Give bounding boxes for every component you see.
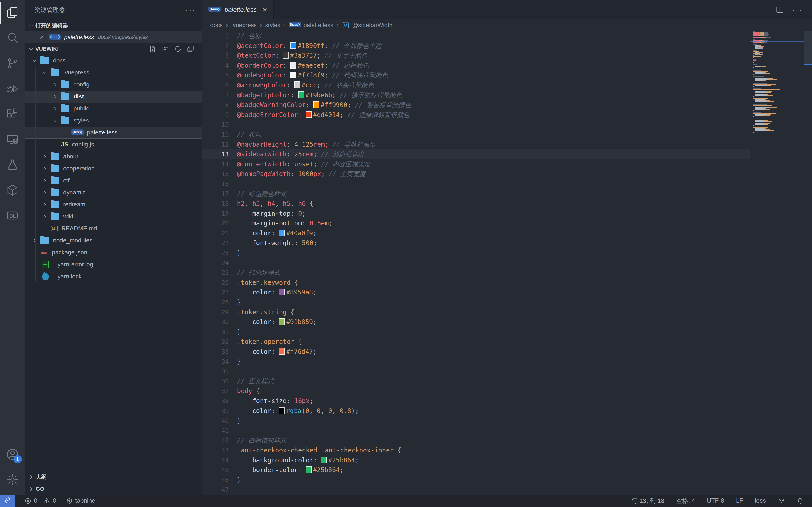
color-swatch[interactable] bbox=[306, 111, 311, 118]
line-number: 37 bbox=[202, 386, 229, 396]
color-swatch[interactable] bbox=[306, 466, 311, 473]
panel-header-GO[interactable]: GO bbox=[25, 483, 202, 495]
color-swatch[interactable] bbox=[291, 71, 296, 78]
code-editor[interactable]: 1// 色彩2@accentColor: #1890ff; // 全局颜色主题3… bbox=[202, 31, 750, 495]
code-line-46: 46} bbox=[202, 475, 750, 485]
open-editors-header[interactable]: 打开的编辑器 bbox=[25, 20, 202, 31]
more-actions-icon[interactable]: ··· bbox=[792, 5, 803, 14]
breadcrumb-item-palette.less[interactable]: {less}palette.less bbox=[289, 22, 333, 29]
tree-item-styles[interactable]: styles bbox=[25, 115, 202, 126]
chevron-down-icon bbox=[31, 57, 38, 64]
tree-item-.vuepress[interactable]: .vuepress bbox=[25, 66, 202, 78]
refresh-icon[interactable] bbox=[174, 45, 182, 53]
activity-item-package-explorer[interactable] bbox=[0, 177, 25, 203]
status-item[interactable]: LF bbox=[736, 497, 743, 504]
activity-item-codeql[interactable]: QL bbox=[0, 203, 25, 228]
tree-item-node_modules[interactable]: node_modules bbox=[25, 234, 202, 246]
tree-item-wiki[interactable]: wiki bbox=[25, 211, 202, 223]
tree-item-dist[interactable]: dist bbox=[25, 91, 202, 103]
line-number: 3 bbox=[202, 51, 229, 61]
tree-item-ctf[interactable]: ctf bbox=[25, 174, 202, 186]
close-icon[interactable]: × bbox=[40, 34, 44, 41]
color-swatch[interactable] bbox=[283, 52, 289, 59]
minimap[interactable] bbox=[750, 31, 804, 495]
sidebar-more-icon[interactable]: ··· bbox=[186, 6, 195, 14]
breadcrumb-item-docs[interactable]: docs bbox=[210, 22, 223, 29]
activity-item-settings[interactable] bbox=[0, 467, 25, 492]
workspace-header[interactable]: VUEWIKI bbox=[25, 43, 202, 55]
minimap-line bbox=[753, 107, 777, 108]
activity-item-explorer[interactable] bbox=[0, 0, 25, 25]
color-swatch[interactable] bbox=[298, 92, 304, 98]
activity-item-remote-explorer[interactable] bbox=[0, 127, 25, 152]
line-number: 22 bbox=[202, 238, 229, 248]
tab-close-icon[interactable]: × bbox=[263, 5, 267, 14]
notifications-bell-icon[interactable] bbox=[797, 497, 804, 505]
tree-item-redteam[interactable]: redteam bbox=[25, 199, 202, 211]
status-item[interactable]: less bbox=[755, 497, 766, 504]
feedback-icon[interactable] bbox=[777, 497, 785, 505]
code-line-42: 42// 图标按钮样式 bbox=[202, 436, 750, 445]
tree-item-yarn.lock[interactable]: yarn.lock bbox=[25, 271, 202, 282]
tree-item-public[interactable]: public bbox=[25, 103, 202, 115]
line-number: 18 bbox=[202, 199, 229, 209]
tree-item-docs[interactable]: docs bbox=[25, 55, 202, 66]
activity-item-extensions[interactable] bbox=[0, 101, 25, 127]
minimap-line bbox=[753, 45, 762, 45]
color-swatch[interactable] bbox=[279, 407, 285, 414]
folder-icon bbox=[50, 153, 60, 161]
color-swatch[interactable] bbox=[294, 81, 300, 88]
color-swatch[interactable] bbox=[279, 229, 285, 236]
minimap-line bbox=[753, 40, 768, 41]
breadcrumb-item-.vuepress[interactable]: .vuepress bbox=[231, 22, 257, 29]
tree-item-cooperation[interactable]: cooperation bbox=[25, 163, 202, 174]
breadcrumb-item-@sidebarWidth[interactable]: @sidebarWidth bbox=[342, 21, 393, 29]
tree-item-config[interactable]: config bbox=[25, 78, 202, 91]
panel-header-大纲[interactable]: 大纲 bbox=[25, 470, 202, 483]
chevron-right-icon bbox=[42, 201, 48, 208]
color-swatch[interactable] bbox=[279, 348, 285, 355]
minimap-line bbox=[753, 113, 776, 114]
color-swatch[interactable] bbox=[279, 318, 285, 325]
open-editor-entry[interactable]: × {less} palette.less docs/.vuepress/sty… bbox=[25, 31, 202, 43]
tree-item-config.js[interactable]: JSconfig.js bbox=[25, 138, 202, 151]
remote-indicator[interactable] bbox=[0, 495, 14, 507]
new-folder-icon[interactable] bbox=[161, 45, 169, 53]
minimap-line bbox=[753, 79, 777, 80]
breadcrumb-item-styles[interactable]: styles bbox=[265, 22, 280, 29]
color-swatch[interactable] bbox=[279, 289, 285, 295]
new-file-icon[interactable] bbox=[149, 45, 156, 53]
tab-palette-less[interactable]: {less} palette.less × bbox=[202, 0, 274, 19]
tree-item-yarn-error.log[interactable]: yarn-error.log bbox=[25, 259, 202, 271]
split-editor-icon[interactable] bbox=[776, 6, 784, 14]
tree-item-palette.less[interactable]: {less}palette.less bbox=[25, 126, 202, 138]
collapse-all-icon[interactable] bbox=[187, 45, 194, 53]
tree-item-README.md[interactable]: M↓README.md bbox=[25, 223, 202, 234]
status-item[interactable]: 行 13, 列 18 bbox=[632, 497, 664, 505]
indent-guide bbox=[239, 228, 239, 238]
activity-item-accounts[interactable]: 1 bbox=[0, 442, 25, 467]
color-swatch[interactable] bbox=[313, 101, 319, 108]
scrollbar[interactable] bbox=[804, 31, 812, 495]
activity-item-source-control[interactable] bbox=[0, 51, 25, 76]
problems-status[interactable]: 0 0 bbox=[24, 497, 56, 504]
color-swatch[interactable] bbox=[321, 456, 327, 463]
tree-item-package.json[interactable]: npmpackage.json bbox=[25, 246, 202, 259]
line-number: 24 bbox=[202, 258, 229, 268]
status-item[interactable]: UTF-8 bbox=[707, 497, 724, 504]
tree-item-dynamic[interactable]: dynamic bbox=[25, 186, 202, 199]
activity-item-run-and-debug[interactable] bbox=[0, 76, 25, 101]
status-item[interactable]: 空格: 4 bbox=[676, 497, 695, 505]
tree-item-about[interactable]: about bbox=[25, 151, 202, 163]
scrollbar-slider[interactable] bbox=[804, 31, 812, 65]
code-line-18: 18h2, h3, h4, h5, h6 { bbox=[202, 199, 750, 209]
color-swatch[interactable] bbox=[291, 62, 296, 69]
tabnine-icon bbox=[66, 498, 72, 504]
minimap-line bbox=[753, 128, 766, 129]
activity-item-search[interactable] bbox=[0, 25, 25, 51]
tabnine-status[interactable]: tabnine bbox=[66, 497, 95, 504]
color-swatch[interactable] bbox=[291, 42, 296, 49]
tree-indent-guide bbox=[46, 78, 46, 151]
code-line-27: 27 color: #8959a8; bbox=[202, 287, 750, 297]
activity-item-testing[interactable] bbox=[0, 152, 25, 177]
